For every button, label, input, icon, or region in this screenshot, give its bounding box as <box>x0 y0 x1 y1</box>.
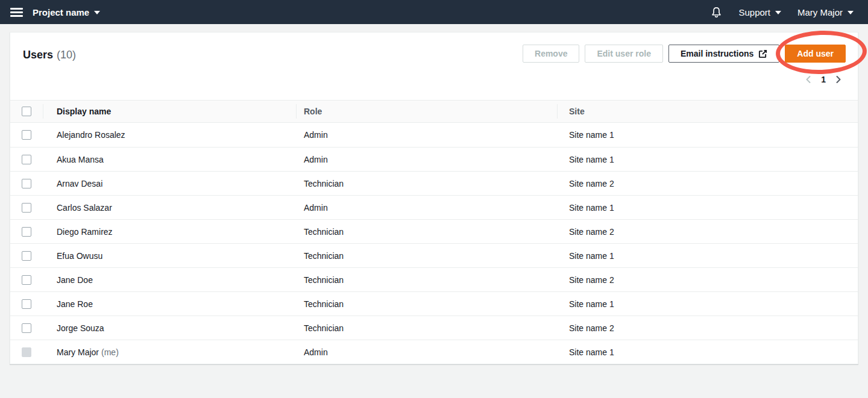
hamburger-icon <box>10 8 23 10</box>
user-role: Technician <box>296 251 557 261</box>
column-header-display-name[interactable]: Display name <box>43 101 296 122</box>
caret-down-icon <box>94 11 100 14</box>
hamburger-menu-button[interactable] <box>0 0 33 24</box>
user-site: Site name 2 <box>557 275 858 285</box>
user-suffix: (me) <box>101 347 119 357</box>
user-role: Technician <box>296 299 557 309</box>
caret-down-icon <box>848 11 854 14</box>
email-instructions-label: Email instructions <box>681 49 753 58</box>
user-role: Technician <box>296 227 557 237</box>
table-row[interactable]: Jane Doe Technician Site name 2 <box>10 267 858 291</box>
table-row[interactable]: Carlos Salazar Admin Site name 1 <box>10 195 858 219</box>
row-checkbox[interactable] <box>22 155 31 164</box>
user-display-name: Diego Ramirez <box>57 227 113 237</box>
edit-user-role-button[interactable]: Edit user role <box>585 45 662 63</box>
row-checkbox[interactable] <box>22 323 31 333</box>
user-display-name: Efua Owusu <box>57 251 102 261</box>
support-menu[interactable]: Support <box>738 7 781 17</box>
table-row[interactable]: Alejandro Rosalez Admin Site name 1 <box>10 123 858 147</box>
next-page-button[interactable] <box>835 75 842 84</box>
table-row[interactable]: Arnav Desai Technician Site name 2 <box>10 171 858 195</box>
select-all-checkbox[interactable] <box>22 107 31 116</box>
users-count-badge: (10) <box>57 49 76 61</box>
row-checkbox[interactable] <box>22 251 31 261</box>
table-column-headers: Display name Role Site <box>10 100 858 123</box>
user-display-name: Alejandro Rosalez <box>57 130 125 140</box>
column-header-site[interactable]: Site <box>557 101 858 122</box>
users-title: Users <box>23 49 53 61</box>
pagination: 1 <box>805 75 842 84</box>
row-checkbox[interactable] <box>22 130 31 140</box>
user-role: Technician <box>296 179 557 188</box>
user-display-name: Carlos Salazar <box>57 203 112 213</box>
table-header-area: Users (10) Remove Edit user role Email i… <box>10 33 858 100</box>
add-user-button[interactable]: Add user <box>785 45 846 63</box>
user-role: Admin <box>296 130 557 140</box>
top-nav: Project name Support Mary Major <box>0 0 868 24</box>
email-instructions-button[interactable]: Email instructions <box>668 45 779 63</box>
user-site: Site name 2 <box>557 179 858 188</box>
user-role: Technician <box>296 275 557 285</box>
table-row[interactable]: Jane Roe Technician Site name 1 <box>10 291 858 316</box>
row-checkbox[interactable] <box>22 179 31 188</box>
user-display-name: Jorge Souza <box>57 323 104 333</box>
row-checkbox <box>22 347 31 357</box>
user-display-name: Arnav Desai <box>57 179 102 188</box>
table-row[interactable]: Jorge Souza Technician Site name 2 <box>10 316 858 340</box>
user-menu-label: Mary Major <box>797 7 843 17</box>
user-site: Site name 1 <box>557 251 858 261</box>
caret-down-icon <box>775 11 781 14</box>
previous-page-button[interactable] <box>805 75 812 84</box>
user-role: Admin <box>296 347 557 357</box>
user-site: Site name 1 <box>557 155 858 164</box>
user-site: Site name 1 <box>557 299 858 309</box>
chevron-right-icon <box>835 75 842 84</box>
user-role: Technician <box>296 323 557 333</box>
chevron-left-icon <box>805 75 812 84</box>
bell-icon <box>711 7 722 18</box>
table-row[interactable]: Diego Ramirez Technician Site name 2 <box>10 219 858 243</box>
support-label: Support <box>738 7 770 17</box>
project-name-label: Project name <box>33 7 89 17</box>
user-display-name: Jane Roe <box>57 299 93 309</box>
table-row[interactable]: Efua Owusu Technician Site name 1 <box>10 243 858 267</box>
user-display-name: Akua Mansa <box>57 155 104 164</box>
user-site: Site name 2 <box>557 227 858 237</box>
user-site: Site name 1 <box>557 347 858 357</box>
page-title: Users (10) <box>23 49 76 61</box>
table-row[interactable]: Mary Major(me) Admin Site name 1 <box>10 340 858 364</box>
user-role: Admin <box>296 155 557 164</box>
user-site: Site name 2 <box>557 323 858 333</box>
external-link-icon <box>758 49 767 58</box>
users-table-card: Users (10) Remove Edit user role Email i… <box>10 32 858 364</box>
table-row[interactable]: Akua Mansa Admin Site name 1 <box>10 147 858 171</box>
current-page-number: 1 <box>821 75 826 84</box>
user-display-name: Jane Doe <box>57 275 93 285</box>
user-role: Admin <box>296 203 557 213</box>
row-checkbox[interactable] <box>22 275 31 285</box>
notifications-button[interactable] <box>711 7 722 18</box>
user-display-name: Mary Major <box>57 347 99 357</box>
column-header-role[interactable]: Role <box>296 101 557 122</box>
user-site: Site name 1 <box>557 130 858 140</box>
project-name-menu[interactable]: Project name <box>33 7 100 17</box>
table-actions: Remove Edit user role Email instructions… <box>523 45 846 63</box>
row-checkbox[interactable] <box>22 299 31 309</box>
table-body: Alejandro Rosalez Admin Site name 1 Akua… <box>10 123 858 364</box>
remove-button[interactable]: Remove <box>523 45 579 63</box>
row-checkbox[interactable] <box>22 227 31 237</box>
user-menu[interactable]: Mary Major <box>797 7 854 17</box>
user-site: Site name 1 <box>557 203 858 213</box>
row-checkbox[interactable] <box>22 203 31 213</box>
